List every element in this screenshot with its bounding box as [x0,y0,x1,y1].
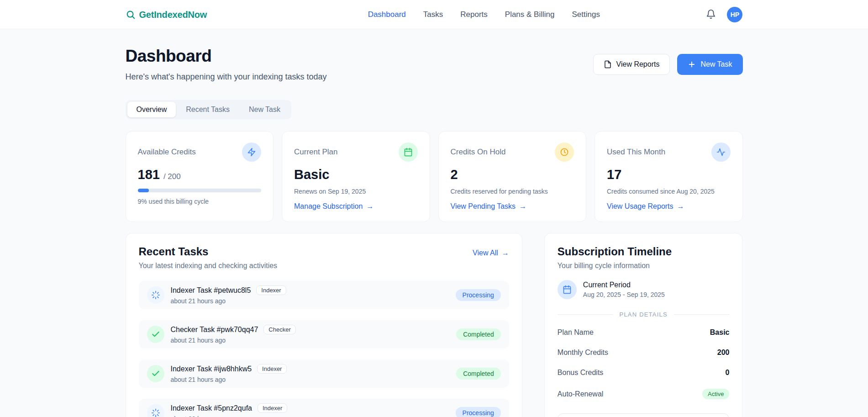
task-name: Indexer Task #5pnz2qufa [171,404,253,412]
header-actions: View Reports New Task [593,54,743,75]
nav-item-settings[interactable]: Settings [572,10,600,19]
page-header: Dashboard Here's what's happening with y… [126,47,743,82]
manage-subscription-button[interactable]: Manage Subscription [558,413,730,417]
task-time: about 21 hours ago [171,337,296,344]
plus-icon [688,60,696,69]
task-row[interactable]: Indexer Task #ijw8hhkw5 Indexer about 21… [139,359,509,388]
credits-progress-fill [138,189,149,192]
monthly-credits-row: Monthly Credits 200 [558,343,730,363]
view-tabs: Overview Recent Tasks New Task [126,100,292,119]
task-type-badge: Indexer [256,285,286,295]
credits-progress-bar [138,189,262,192]
plan-name-row: Plan Name Basic [558,322,730,343]
user-avatar[interactable]: HP [727,7,742,22]
arrow-right-icon [519,202,526,211]
calendar-icon [558,280,577,299]
stat-card-used-this-month: Used This Month 17 Credits consumed sinc… [594,131,743,222]
arrow-right-icon [366,202,374,211]
tab-overview[interactable]: Overview [127,102,176,117]
bottom-grid: Recent Tasks Your latest indexing and ch… [126,233,743,417]
task-row[interactable]: Checker Task #pwk70qq47 Checker about 21… [139,320,509,348]
current-plan-note: Renews on Sep 19, 2025 [294,188,418,195]
stats-grid: Available Credits 181 / 200 9% used this… [126,131,743,222]
used-this-month-value: 17 [607,167,621,182]
stat-label-credits-on-hold: Credits On Hold [451,148,506,157]
auto-renewal-label: Auto-Renewal [558,390,604,398]
page-title: Dashboard [126,47,327,66]
main-nav: Dashboard Tasks Reports Plans & Billing … [368,10,600,19]
task-row[interactable]: Indexer Task #5pnz2qufa Indexer about 22… [139,399,509,417]
status-badge: Processing [456,407,501,417]
current-plan-value: Basic [294,167,329,182]
zap-icon [242,143,261,162]
task-type-badge: Checker [263,325,295,334]
view-reports-button[interactable]: View Reports [593,54,670,75]
view-usage-reports-link[interactable]: View Usage Reports [607,202,684,211]
calendar-icon [399,143,418,162]
plan-details-divider-label: PLAN DETAILS [620,311,668,318]
bonus-credits-row: Bonus Credits 0 [558,363,730,383]
manage-subscription-link[interactable]: Manage Subscription [294,202,374,211]
monthly-credits-label: Monthly Credits [558,348,608,357]
current-period-label: Current Period [583,281,665,289]
task-name: Checker Task #pwk70qq47 [171,326,258,334]
plan-details-divider: PLAN DETAILS [558,311,730,318]
recent-tasks-subtitle: Your latest indexing and checking activi… [139,262,278,270]
tab-new-task[interactable]: New Task [240,102,289,117]
activity-icon [711,143,731,162]
subscription-timeline-title: Subscription Timeline [558,245,730,258]
current-period-row: Current Period Aug 20, 2025 - Sep 19, 20… [558,280,730,299]
bonus-credits-label: Bonus Credits [558,369,604,377]
subscription-timeline-panel: Subscription Timeline Your billing cycle… [544,233,743,417]
task-time: about 22 hours ago [171,415,288,417]
view-pending-tasks-link[interactable]: View Pending Tasks [451,202,527,211]
notification-bell-icon[interactable] [706,9,717,20]
available-credits-total: / 200 [163,172,181,181]
view-all-link-label: View All [473,249,498,257]
subscription-timeline-subtitle: Your billing cycle information [558,262,730,270]
stat-card-available-credits: Available Credits 181 / 200 9% used this… [126,131,274,222]
view-usage-reports-link-label: View Usage Reports [607,202,673,211]
plan-name-value: Basic [710,328,730,337]
topbar-right: HP [706,7,742,22]
task-type-badge: Indexer [257,364,287,374]
auto-renewal-status-badge: Active [702,389,729,399]
page-subtitle: Here's what's happening with your indexi… [126,72,327,82]
check-icon [147,365,164,382]
plan-name-label: Plan Name [558,328,594,337]
tab-recent-tasks[interactable]: Recent Tasks [177,102,239,117]
loader-icon [147,286,164,304]
nav-item-plans-billing[interactable]: Plans & Billing [505,10,555,19]
search-icon [126,10,136,20]
stat-label-current-plan: Current Plan [294,148,337,157]
nav-item-tasks[interactable]: Tasks [423,10,443,19]
task-list: Indexer Task #petwuc8l5 Indexer about 21… [139,281,509,417]
top-navigation-bar: GetIndexedNow Dashboard Tasks Reports Pl… [0,0,868,29]
used-this-month-note: Credits consumed since Aug 20, 2025 [607,188,731,195]
arrow-right-icon [677,202,684,211]
nav-item-dashboard[interactable]: Dashboard [368,10,406,19]
auto-renewal-row: Auto-Renewal Active [558,383,730,405]
credits-on-hold-note: Credits reserved for pending tasks [451,188,574,195]
status-badge: Completed [456,368,501,380]
current-period-value: Aug 20, 2025 - Sep 19, 2025 [583,291,665,298]
credits-usage-note: 9% used this billing cycle [138,198,262,205]
task-time: about 21 hours ago [171,376,287,383]
monthly-credits-value: 200 [717,348,730,357]
available-credits-value: 181 [138,167,160,182]
stat-label-available-credits: Available Credits [138,148,196,157]
task-row[interactable]: Indexer Task #petwuc8l5 Indexer about 21… [139,281,509,309]
manage-subscription-link-label: Manage Subscription [294,202,363,211]
check-icon [147,326,164,343]
task-time: about 21 hours ago [171,297,286,305]
new-task-button[interactable]: New Task [677,54,742,75]
loader-icon [147,404,164,417]
status-badge: Completed [456,328,501,340]
recent-tasks-panel: Recent Tasks Your latest indexing and ch… [126,233,522,417]
view-all-link[interactable]: View All [473,249,509,257]
app-logo[interactable]: GetIndexedNow [126,10,207,20]
task-type-badge: Indexer [258,403,287,413]
bonus-credits-value: 0 [726,369,730,377]
app-logo-text: GetIndexedNow [139,10,207,20]
nav-item-reports[interactable]: Reports [460,10,488,19]
